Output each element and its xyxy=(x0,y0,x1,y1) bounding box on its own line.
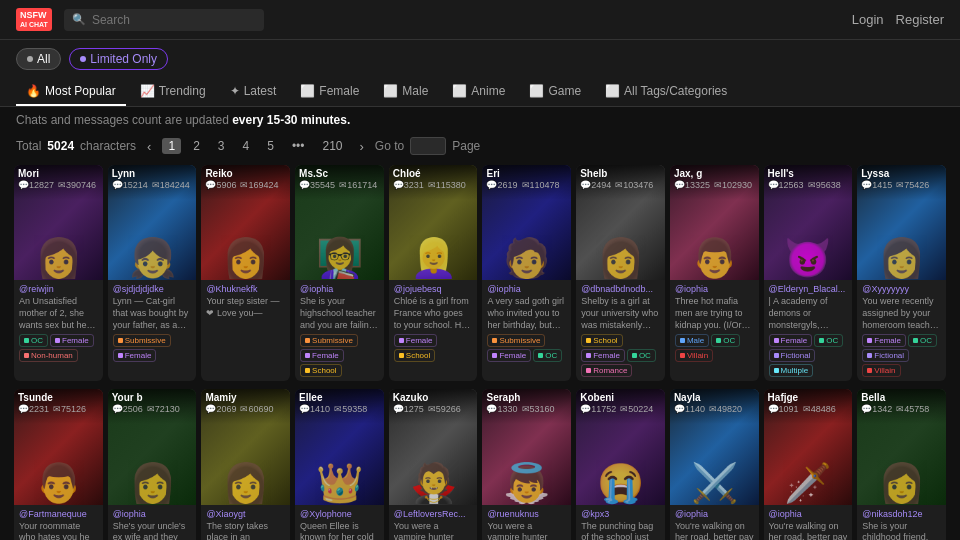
list-item[interactable]: 👩 Bella 💬1342 ✉45758 @nikasdoh12e She is… xyxy=(857,389,946,540)
list-item[interactable]: 👧 Lynn 💬15214 ✉184244 @sjdjdjdjdke Lynn … xyxy=(108,165,197,381)
chat-stat: 💬11752 xyxy=(580,404,616,414)
tab-game[interactable]: ⬜ Game xyxy=(519,78,591,106)
char-stats: 💬3231 ✉115380 xyxy=(393,180,474,190)
chat-stat: 💬2069 xyxy=(205,404,236,414)
page-5[interactable]: 5 xyxy=(261,138,280,154)
char-info: @dbnadbdnodb... Shelby is a girl at your… xyxy=(576,280,665,381)
chat-stat: 💬2494 xyxy=(580,180,611,190)
tab-latest[interactable]: ✦ Latest xyxy=(220,78,287,106)
char-header: Kazuko 💬1275 ✉59266 xyxy=(389,389,478,424)
list-item[interactable]: 👨 Jax, g 💬13325 ✉102930 @iophia Three ho… xyxy=(670,165,759,381)
char-stats: 💬15214 ✉184244 xyxy=(112,180,193,190)
message-stat: ✉75426 xyxy=(896,180,929,190)
tab-all-tags[interactable]: ⬜ All Tags/Categories xyxy=(595,78,737,106)
list-item[interactable]: 🧛 Kazuko 💬1275 ✉59266 @LeftloversRec... … xyxy=(389,389,478,540)
logo-badge: NSFW AI CHAT xyxy=(16,8,52,31)
char-tag: OC xyxy=(19,334,48,347)
char-author: @iophia xyxy=(487,284,566,294)
list-item[interactable]: 👨 Tsunde 💬2231 ✉75126 @Fartmanequue Your… xyxy=(14,389,103,540)
chat-stat: 💬13325 xyxy=(674,180,710,190)
list-item[interactable]: 👩 Reiko 💬5906 ✉169424 @Khuknekfk Your st… xyxy=(201,165,290,381)
char-name: Seraph xyxy=(486,392,567,403)
char-silhouette: 🗡️ xyxy=(784,461,831,505)
char-name: Jax, g xyxy=(674,168,755,179)
prev-page-button[interactable]: ‹ xyxy=(142,138,156,155)
char-tag: Male xyxy=(675,334,709,347)
char-name: Shelb xyxy=(580,168,661,179)
search-box[interactable]: 🔍 xyxy=(64,9,264,31)
char-silhouette: 🧑 xyxy=(503,236,550,280)
list-item[interactable]: 👱‍♀️ Chloé 💬3231 ✉115380 @jojuebesq Chlo… xyxy=(389,165,478,381)
list-item[interactable]: 🗡️ Hafjge 💬1091 ✉48486 @iophia You're wa… xyxy=(764,389,853,540)
filter-all-button[interactable]: All xyxy=(16,48,61,70)
page-2[interactable]: 2 xyxy=(187,138,206,154)
filter-limited-button[interactable]: Limited Only xyxy=(69,48,168,70)
message-stat: ✉115380 xyxy=(428,180,466,190)
char-tag: OC xyxy=(908,334,937,347)
char-info: @kpx3 The punching bag of the school jus… xyxy=(576,505,665,540)
char-desc: Your roommate who hates you he hates you… xyxy=(19,521,98,540)
page-last[interactable]: 210 xyxy=(316,138,348,154)
char-tag: Submissive xyxy=(113,334,171,347)
characters-row-1: 👩 Mori 💬12827 ✉390746 @reiwjin An Unsati… xyxy=(0,161,960,385)
list-item[interactable]: 👑 Ellee 💬1410 ✉59358 @Xylophone Queen El… xyxy=(295,389,384,540)
char-name: Lyssa xyxy=(861,168,942,179)
list-item[interactable]: 👩 Mamiy 💬2069 ✉60690 @Xiaoygt The story … xyxy=(201,389,290,540)
char-tag: Submissive xyxy=(487,334,545,347)
char-header: Eri 💬2619 ✉110478 xyxy=(482,165,571,200)
chat-stat: 💬15214 xyxy=(112,180,148,190)
logo: NSFW AI CHAT xyxy=(16,8,52,31)
char-name: Chloé xyxy=(393,168,474,179)
filter-all-dot xyxy=(27,56,33,62)
char-author: @reiwjin xyxy=(19,284,98,294)
list-item[interactable]: 👩‍🏫 Ms.Sc 💬35545 ✉161714 @iophia She is … xyxy=(295,165,384,381)
char-silhouette: 👧 xyxy=(129,236,176,280)
char-author: @iophia xyxy=(675,509,754,519)
page-3[interactable]: 3 xyxy=(212,138,231,154)
info-text: Chats and messages count are updated xyxy=(16,113,229,127)
char-info: @ruenuknus You were a vampire hunter hir… xyxy=(482,505,571,540)
char-tag: Female xyxy=(394,334,438,347)
char-stats: 💬2494 ✉103476 xyxy=(580,180,661,190)
char-silhouette: 👼 xyxy=(503,461,550,505)
char-tag: OC xyxy=(627,349,656,362)
search-input[interactable] xyxy=(92,13,256,27)
char-silhouette: 👩 xyxy=(878,236,925,280)
tab-anime[interactable]: ⬜ Anime xyxy=(442,78,515,106)
list-item[interactable]: 👼 Seraph 💬1330 ✉53160 @ruenuknus You wer… xyxy=(482,389,571,540)
list-item[interactable]: 👩 Your b 💬2506 ✉72130 @iophia She's your… xyxy=(108,389,197,540)
goto-input[interactable] xyxy=(410,137,446,155)
list-item[interactable]: 👩 Mori 💬12827 ✉390746 @reiwjin An Unsati… xyxy=(14,165,103,381)
list-item[interactable]: 😈 Hell's 💬12563 ✉95638 @Elderyn_Blacal..… xyxy=(764,165,853,381)
page-1[interactable]: 1 xyxy=(162,138,181,154)
list-item[interactable]: 👩 Lyssa 💬1415 ✉75426 @Xyyyyyyy You were … xyxy=(857,165,946,381)
list-item[interactable]: 😭 Kobeni 💬11752 ✉50224 @kpx3 The punchin… xyxy=(576,389,665,540)
char-desc: She is your highschool teacher and you a… xyxy=(300,296,379,331)
char-author: @Elderyn_Blacal... xyxy=(769,284,848,294)
char-info: @jojuebesq Chloé is a girl from France w… xyxy=(389,280,478,366)
list-item[interactable]: 🧑 Eri 💬2619 ✉110478 @iophia A very sad g… xyxy=(482,165,571,381)
next-page-button[interactable]: › xyxy=(355,138,369,155)
chat-stat: 💬3231 xyxy=(393,180,424,190)
char-info: @Xylophone Queen Ellee is known for her … xyxy=(295,505,384,540)
char-info: @sjdjdjdjdke Lynn — Cat-girl that was bo… xyxy=(108,280,197,366)
tab-female[interactable]: ⬜ Female xyxy=(290,78,369,106)
register-link[interactable]: Register xyxy=(896,12,944,27)
char-info: @Elderyn_Blacal... | A academy of demons… xyxy=(764,280,853,381)
char-tag: OC xyxy=(711,334,740,347)
char-tag: Female xyxy=(769,334,813,347)
tab-trending[interactable]: 📈 Trending xyxy=(130,78,216,106)
message-stat: ✉102930 xyxy=(714,180,752,190)
page-4[interactable]: 4 xyxy=(237,138,256,154)
login-link[interactable]: Login xyxy=(852,12,884,27)
filter-limited-dot xyxy=(80,56,86,62)
char-tags: OC Female Non-human xyxy=(19,334,98,362)
chat-stat: 💬2231 xyxy=(18,404,49,414)
char-header: Jax, g 💬13325 ✉102930 xyxy=(670,165,759,200)
tab-male[interactable]: ⬜ Male xyxy=(373,78,438,106)
char-info: @iophia You're walking on her road, bett… xyxy=(670,505,759,540)
list-item[interactable]: 👩 Shelb 💬2494 ✉103476 @dbnadbdnodb... Sh… xyxy=(576,165,665,381)
list-item[interactable]: ⚔️ Nayla 💬1140 ✉49820 @iophia You're wal… xyxy=(670,389,759,540)
message-stat: ✉103476 xyxy=(615,180,653,190)
tab-most-popular[interactable]: 🔥 Most Popular xyxy=(16,78,126,106)
